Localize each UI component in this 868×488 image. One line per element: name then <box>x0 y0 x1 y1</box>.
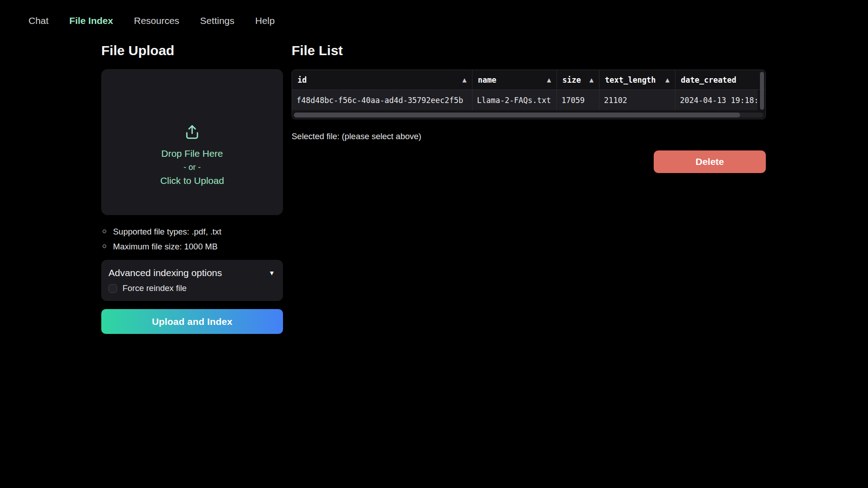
tab-resources[interactable]: Resources <box>133 14 180 28</box>
note-max-size: Maximum file size: 1000 MB <box>101 239 283 254</box>
dropzone-drop-text: Drop File Here <box>161 147 223 160</box>
file-list-section: File List id ▲ name ▲ size ▲ text_length… <box>292 43 766 141</box>
sort-ascending-icon[interactable]: ▲ <box>458 77 467 83</box>
app-window: Chat File Index Resources Settings Help … <box>0 0 868 488</box>
bullet-icon <box>103 244 106 248</box>
cell-date-created[interactable]: 2024-04-13 19:18: <box>675 90 758 110</box>
file-dropzone[interactable]: Drop File Here - or - Click to Upload <box>101 69 283 215</box>
vertical-scrollbar-thumb[interactable] <box>760 72 764 110</box>
cell-size[interactable]: 17059 <box>557 90 599 110</box>
click-to-upload-link[interactable]: Click to Upload <box>160 174 224 188</box>
horizontal-scrollbar-thumb[interactable] <box>294 113 740 117</box>
upload-icon <box>184 123 201 141</box>
note-text: Supported file types: .pdf, .txt <box>113 227 222 236</box>
chevron-down-icon: ▼ <box>269 269 275 277</box>
sort-ascending-icon[interactable]: ▲ <box>585 77 594 83</box>
cell-name[interactable]: Llama-2-FAQs.txt <box>472 90 557 110</box>
column-header-id[interactable]: id ▲ <box>292 70 472 89</box>
accordion-header[interactable]: Advanced indexing options ▼ <box>108 267 275 278</box>
tab-settings[interactable]: Settings <box>199 14 236 28</box>
column-header-size[interactable]: size ▲ <box>557 70 599 89</box>
column-label: id <box>297 75 307 84</box>
upload-notes-list: Supported file types: .pdf, .txt Maximum… <box>101 224 283 254</box>
force-reindex-row[interactable]: Force reindex file <box>108 283 275 293</box>
selected-file-status: Selected file: (please select above) <box>292 131 766 141</box>
column-label: text_length <box>605 75 656 84</box>
sort-ascending-icon[interactable]: ▲ <box>542 77 551 83</box>
delete-button[interactable]: Delete <box>654 150 766 173</box>
note-supported-types: Supported file types: .pdf, .txt <box>101 224 283 239</box>
dropzone-or-text: - or - <box>184 160 201 174</box>
table-row[interactable]: f48d48bc-f56c-40aa-ad4d-35792eec2f5b Lla… <box>292 90 765 110</box>
column-header-name[interactable]: name ▲ <box>472 70 557 89</box>
column-label: size <box>562 75 581 84</box>
file-upload-section: File Upload Drop File Here - or - Click … <box>101 43 283 334</box>
cell-id[interactable]: f48d48bc-f56c-40aa-ad4d-35792eec2f5b <box>292 90 472 110</box>
tab-bar: Chat File Index Resources Settings Help <box>28 14 276 28</box>
column-header-text-length[interactable]: text_length ▲ <box>599 70 675 89</box>
tab-file-index[interactable]: File Index <box>68 14 114 28</box>
note-text: Maximum file size: 1000 MB <box>113 242 217 251</box>
column-label: date_created <box>681 75 736 84</box>
force-reindex-checkbox[interactable] <box>108 284 117 293</box>
horizontal-scrollbar[interactable] <box>294 113 764 117</box>
cell-text-length[interactable]: 21102 <box>599 90 675 110</box>
advanced-options-accordion: Advanced indexing options ▼ Force reinde… <box>101 260 283 301</box>
tab-chat[interactable]: Chat <box>28 14 49 28</box>
column-label: name <box>478 75 496 84</box>
tab-help[interactable]: Help <box>255 14 276 28</box>
file-list-title: File List <box>292 43 766 58</box>
table-header-row: id ▲ name ▲ size ▲ text_length ▲ date_cr… <box>292 70 765 90</box>
upload-and-index-button[interactable]: Upload and Index <box>101 309 283 334</box>
file-table: id ▲ name ▲ size ▲ text_length ▲ date_cr… <box>292 70 766 119</box>
bullet-icon <box>103 230 106 233</box>
accordion-label: Advanced indexing options <box>108 267 222 278</box>
column-header-date-created[interactable]: date_created <box>675 70 758 89</box>
force-reindex-label: Force reindex file <box>123 283 187 293</box>
sort-ascending-icon[interactable]: ▲ <box>661 77 670 83</box>
file-upload-title: File Upload <box>101 43 283 58</box>
